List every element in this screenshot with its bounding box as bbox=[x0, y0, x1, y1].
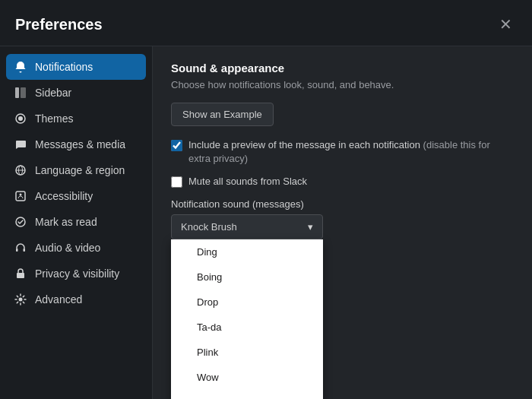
dialog-title: Preferences bbox=[15, 16, 103, 33]
sidebar-item-label: Notifications bbox=[35, 61, 93, 73]
sidebar-item-label: Themes bbox=[35, 112, 74, 125]
themes-icon bbox=[14, 112, 27, 125]
svg-point-8 bbox=[20, 194, 22, 196]
dropdown-option-wow[interactable]: Wow bbox=[171, 365, 323, 390]
sidebar-item-label: Accessibility bbox=[35, 190, 93, 202]
section-subtitle: Choose how notifications look, sound, an… bbox=[171, 79, 514, 90]
mute-sounds-checkbox[interactable] bbox=[171, 176, 182, 188]
main-content: Sound & appearance Choose how notificati… bbox=[152, 46, 532, 399]
sidebar-item-notifications[interactable]: Notifications bbox=[6, 54, 146, 80]
svg-point-3 bbox=[18, 116, 23, 121]
bell-icon bbox=[14, 60, 27, 74]
sidebar-item-label: Sidebar bbox=[35, 87, 71, 99]
svg-rect-12 bbox=[17, 273, 24, 278]
dropdown-option-ding[interactable]: Ding bbox=[171, 239, 323, 264]
show-example-button[interactable]: Show an Example bbox=[171, 103, 274, 126]
globe-icon bbox=[14, 163, 27, 177]
option-label: Plink bbox=[197, 347, 218, 358]
option-label: Drop bbox=[197, 296, 218, 308]
sidebar-item-advanced[interactable]: Advanced bbox=[6, 287, 146, 312]
option-label: Ding bbox=[197, 246, 217, 258]
include-preview-checkbox[interactable] bbox=[171, 140, 182, 151]
sidebar-item-label: Mark as read bbox=[35, 216, 97, 228]
svg-rect-11 bbox=[24, 249, 26, 252]
chevron-down-icon: ▾ bbox=[308, 221, 313, 233]
sidebar: Notifications Sidebar bbox=[0, 46, 152, 399]
include-preview-label: Include a preview of the message in each… bbox=[188, 138, 514, 166]
sidebar-item-label: Advanced bbox=[35, 293, 82, 306]
svg-rect-0 bbox=[15, 87, 19, 98]
svg-point-13 bbox=[19, 298, 23, 302]
mute-sounds-label: Mute all sounds from Slack bbox=[188, 175, 307, 188]
sidebar-icon bbox=[14, 86, 27, 100]
pink-arrow-svg bbox=[499, 237, 532, 313]
dropdown-selected-value: Knock Brush bbox=[181, 221, 237, 233]
preferences-dialog: Preferences ✕ Notifications bbox=[0, 0, 532, 399]
dropdown-option-list: Ding Boing Drop Ta-da Plink bbox=[171, 239, 323, 399]
mute-sounds-row: Mute all sounds from Slack bbox=[171, 175, 514, 188]
svg-rect-1 bbox=[21, 87, 26, 98]
svg-rect-10 bbox=[16, 249, 18, 252]
sidebar-item-messages[interactable]: Messages & media bbox=[6, 131, 146, 157]
sidebar-item-label: Messages & media bbox=[35, 138, 125, 150]
accessibility-icon bbox=[14, 189, 27, 203]
close-button[interactable]: ✕ bbox=[495, 14, 517, 35]
headphones-icon bbox=[14, 241, 27, 255]
sidebar-item-language[interactable]: Language & region bbox=[6, 157, 146, 183]
gear-icon bbox=[14, 293, 27, 306]
dropdown-option-boing[interactable]: Boing bbox=[171, 264, 323, 290]
sidebar-item-mark-as-read[interactable]: Mark as read bbox=[6, 209, 146, 235]
sidebar-item-accessibility[interactable]: Accessibility bbox=[6, 183, 146, 209]
mark-read-icon bbox=[14, 215, 27, 229]
dropdown-option-drop[interactable]: Drop bbox=[171, 290, 323, 315]
lock-icon bbox=[14, 267, 27, 280]
dialog-header: Preferences ✕ bbox=[0, 0, 532, 46]
sidebar-item-privacy[interactable]: Privacy & visibility bbox=[6, 261, 146, 287]
dropdown-label: Notification sound (messages) bbox=[171, 198, 514, 210]
sidebar-item-label: Language & region bbox=[35, 164, 125, 176]
dropdown-option-ta-da[interactable]: Ta-da bbox=[171, 315, 323, 340]
notification-sound-dropdown[interactable]: Knock Brush ▾ bbox=[171, 214, 323, 239]
dropdown-option-plink[interactable]: Plink bbox=[171, 340, 323, 365]
messages-icon bbox=[14, 138, 27, 151]
option-label: Boing bbox=[197, 271, 222, 283]
option-label: Wow bbox=[197, 372, 219, 383]
dropdown-option-here-you-go[interactable]: Here you go bbox=[171, 390, 323, 399]
sidebar-item-label: Privacy & visibility bbox=[35, 268, 119, 280]
section-title: Sound & appearance bbox=[171, 62, 514, 74]
include-preview-row: Include a preview of the message in each… bbox=[171, 138, 514, 166]
sidebar-item-audio-video[interactable]: Audio & video bbox=[6, 235, 146, 261]
option-label: Ta-da bbox=[197, 321, 222, 333]
sidebar-item-label: Audio & video bbox=[35, 242, 100, 254]
option-label: Here you go bbox=[197, 397, 251, 399]
dialog-body: Notifications Sidebar bbox=[0, 46, 532, 399]
sidebar-item-sidebar[interactable]: Sidebar bbox=[6, 80, 146, 106]
sidebar-item-themes[interactable]: Themes bbox=[6, 106, 146, 131]
